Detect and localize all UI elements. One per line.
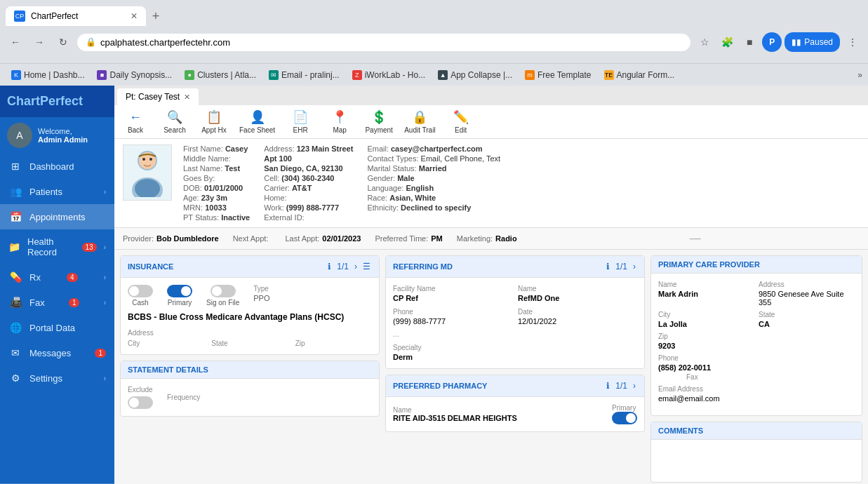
sidebar-item-label: Health Record [27,236,75,257]
bookmark-clusters-label: Clusters | Atla... [197,70,256,80]
bookmark-home-icon: K [11,70,21,80]
bookmark-angularform[interactable]: TE Angular Form... [599,68,681,82]
ref-md-info-btn[interactable]: ℹ [605,260,611,273]
payment-toolbar-btn[interactable]: 💲 Payment [365,109,393,134]
mrn-field: MRN: 10033 [183,203,250,212]
address-bar[interactable]: 🔒 cpalphatest.chartperfectehr.com [77,34,690,51]
bookmark-freetemplate-icon: m [525,70,535,80]
ehr-toolbar-btn[interactable]: 📄 EHR [286,109,314,134]
reload-btn[interactable]: ↻ [53,32,73,52]
middle-column: REFERRING MD ℹ 1/1 › Facility Name CP Re… [385,255,645,484]
profile-extensions-btn[interactable]: 🧩 [717,32,737,52]
tab-close-btn[interactable]: ✕ [131,11,138,21]
appt-hx-toolbar-btn[interactable]: 📋 Appt Hx [200,109,228,134]
insurance-info-btn[interactable]: ℹ [326,260,333,273]
search-toolbar-btn[interactable]: 🔍 Search [161,109,189,134]
paused-badge[interactable]: ▮▮ Paused [784,32,840,52]
health-record-icon: 📁 [8,241,20,253]
address-label: Address [128,329,372,337]
map-toolbar-btn[interactable]: 📍 Map [326,109,354,134]
pharmacy-primary-toggle[interactable] [612,412,637,424]
bookmark-freetemplate-label: Free Template [538,70,591,80]
bookmark-email[interactable]: ✉ Email - pralinj... [263,68,345,82]
more-bookmarks-btn[interactable]: » [857,70,862,80]
welcome-text: Welcome, [38,127,88,135]
sidebar-item-health-record[interactable]: 📁 Health Record 13 › [0,229,114,264]
sidebar-item-messages[interactable]: ✉ Messages 1 [0,340,114,365]
sidebar-item-label: Fax [29,297,45,308]
type-label: Type [253,285,269,293]
comments-body [651,440,862,482]
ref-notes: ... [393,330,637,338]
bookmark-home-label: Home | Dashb... [24,70,84,80]
insurance-menu-btn[interactable]: ☰ [361,260,372,273]
sidebar-item-fax[interactable]: 📠 Fax 1 › [0,290,114,315]
bookmark-iworklab[interactable]: Z iWorkLab - Ho... [347,68,431,82]
pharmacy-info-btn[interactable]: ℹ [605,379,611,392]
exclude-label: Exclude [128,386,153,394]
primary-care-card: PRIMARY CARE PROVIDER Name Mark Adrin Ad… [650,255,862,416]
back-icon: ← [129,110,142,125]
forward-btn[interactable]: → [29,32,49,52]
primary-care-body: Name Mark Adrin Address 9850 Genesee Ave… [651,274,862,415]
cash-toggle-group: Cash [128,285,153,307]
race-field: Race: Asian, White [367,194,500,202]
primary-toggle-group: Primary [167,285,192,307]
back-toolbar-btn[interactable]: ← Back [121,110,149,134]
statement-details-card: STATEMENT DETAILS Exclude Frequency [120,361,380,417]
patient-tab[interactable]: Pt: Casey Test ✕ [117,88,199,105]
patient-tab-close-btn[interactable]: ✕ [184,93,190,102]
patient-tab-bar: Pt: Casey Test ✕ [114,86,868,105]
pharmacy-next-btn[interactable]: › [632,379,637,392]
svg-point-5 [149,158,152,161]
bookmark-home[interactable]: K Home | Dashb... [6,68,90,82]
audit-trail-toolbar-btn[interactable]: 🔒 Audit Trail [404,109,435,134]
bookmark-daily[interactable]: ■ Daily Synopsis... [91,68,178,82]
edit-toolbar-btn[interactable]: ✏️ Edit [447,109,475,134]
sig-on-file-toggle[interactable] [211,285,236,297]
sidebar-welcome: A Welcome, Admin Admin [0,117,114,154]
sidebar-item-portal-data[interactable]: 🌐 Portal Data [0,315,114,340]
marital-status-field: Marital Status: Married [367,164,500,173]
pharmacy-row: Name RITE AID-3515 DELMAR HEIGHTS Primar… [393,404,637,424]
pharmacy-primary-label: Primary [612,404,637,412]
browser-title-bar: CP ChartPerfect ✕ + [0,0,868,27]
cash-toggle[interactable] [128,285,153,297]
sidebar-item-label: Messages [29,348,71,358]
drag-handle: — [531,232,860,245]
sidebar-item-label: Appointments [29,212,86,222]
profile-btn[interactable]: P [762,32,782,52]
sig-on-file-toggle-group: Sig on File [206,285,239,307]
tab-title: ChartPerfect [31,11,78,21]
browser-tab[interactable]: CP ChartPerfect ✕ [6,6,146,26]
messages-icon: ✉ [8,347,22,358]
menu-btn[interactable]: ⋮ [843,32,862,52]
face-sheet-toolbar-btn[interactable]: 👤 Face Sheet [239,109,275,134]
sidebar-item-appointments[interactable]: 📅 Appointments [0,204,114,229]
url-text: cpalphatest.chartperfectehr.com [100,37,230,48]
bookmark-clusters[interactable]: ● Clusters | Atla... [179,68,262,82]
bookmark-iworklab-label: iWorkLab - Ho... [365,70,425,80]
comments-title: COMMENTS [658,426,703,435]
content-area: INSURANCE ℹ 1/1 › ☰ Cash [114,250,868,484]
ref-md-next-btn[interactable]: › [632,260,637,273]
sidebar-item-rx[interactable]: 💊 Rx 4 › [0,264,114,290]
back-btn[interactable]: ← [6,32,25,52]
sidebar-item-patients[interactable]: 👥 Patients › [0,179,114,204]
sidebar-item-dashboard[interactable]: ⊞ Dashboard [0,154,114,179]
insurance-card-header: INSURANCE ℹ 1/1 › ☰ [121,256,379,278]
bookmark-appcollapse[interactable]: ▲ App Collapse |... [432,68,518,82]
bookmark-btn[interactable]: ☆ [695,32,714,52]
exclude-toggle[interactable] [128,396,153,409]
patients-icon: 👥 [8,186,22,197]
bookmark-email-label: Email - pralinj... [281,70,340,80]
insurance-next-btn[interactable]: › [353,260,359,273]
primary-toggle[interactable] [167,285,192,297]
bookmark-freetemplate[interactable]: m Free Template [519,68,596,82]
middle-name-field: Middle Name: [183,154,250,163]
insurance-card: INSURANCE ℹ 1/1 › ☰ Cash [120,255,380,355]
bookmark-angularform-icon: TE [604,70,614,80]
new-tab-btn[interactable]: + [146,6,166,26]
extensions-btn[interactable]: ■ [740,32,759,52]
sidebar-item-settings[interactable]: ⚙ Settings › [0,365,114,391]
